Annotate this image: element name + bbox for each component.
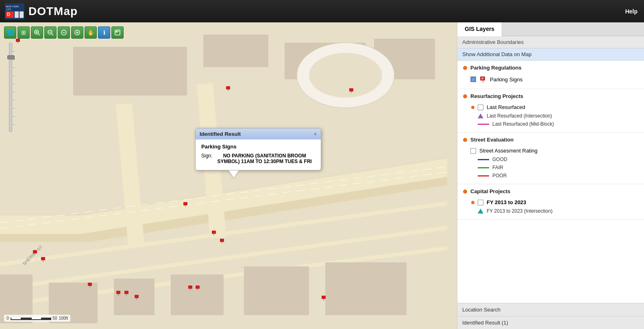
scale-100ft: 100ft (59, 316, 68, 320)
fy-2013-2023-checkbox[interactable] (478, 200, 483, 205)
capital-projects-dot (463, 190, 467, 194)
app-title: DOTMap (28, 5, 78, 18)
svg-rect-9 (203, 35, 268, 67)
svg-rect-58 (16, 39, 20, 42)
sign-marker (349, 87, 355, 94)
svg-line-36 (52, 34, 53, 35)
svg-rect-54 (212, 231, 216, 234)
zoom-in-select-button[interactable] (31, 26, 43, 39)
show-additional-label: Show Additional Data on Map (462, 51, 532, 57)
parking-sign-icon: P (479, 76, 487, 83)
sign-marker (41, 256, 46, 263)
svg-rect-66 (116, 291, 120, 294)
svg-text:D: D (7, 12, 10, 17)
svg-rect-48 (349, 88, 353, 92)
section-parking-regulations: Parking Regulations P Parking Signs (457, 61, 644, 89)
last-resurfaced-item[interactable]: Last Resurfaced (463, 102, 638, 112)
help-button[interactable]: Help (625, 8, 637, 15)
pan-button[interactable]: ✋ (85, 26, 97, 39)
sign-marker (87, 282, 93, 289)
zoom-out-select-button[interactable] (44, 26, 57, 39)
svg-rect-62 (41, 257, 45, 260)
fy-2013-2023-label: FY 2013 to 2023 (487, 199, 526, 205)
popup-close-button[interactable]: × (314, 131, 317, 137)
tab-identified-result[interactable]: Identified Result (1) (457, 316, 644, 329)
last-resurfaced-intersection-label: Last Resurfaced (Intersection) (487, 113, 552, 119)
sign-marker (15, 38, 21, 45)
poor-label: POOR (492, 173, 507, 179)
sign-marker (33, 249, 38, 256)
sign-marker (116, 290, 122, 297)
sign-marker (124, 290, 130, 297)
nyc-logo: NEW YORK CITY D (5, 3, 24, 20)
last-resurfaced-midblock-item: Last Resurfaced (Mid-Block) (463, 120, 638, 128)
parking-signs-checkbox[interactable] (470, 76, 476, 82)
scale-line: 0 50 100ft (7, 316, 68, 320)
triangle-purple-icon (478, 113, 483, 118)
tab-gis-layers[interactable]: GIS Layers (457, 22, 502, 36)
svg-rect-64 (88, 283, 92, 286)
bottom-tabs: Location Search Identified Result (1) (457, 303, 644, 329)
fy-intersection-item: FY 2013 to 2023 (Intersection) (463, 207, 638, 215)
map-area[interactable]: SHERIFF ST 🌐 ⊞ (0, 22, 457, 329)
fy-intersection-label: FY 2013 to 2023 (Intersection) (487, 208, 553, 214)
identify-button[interactable] (111, 26, 124, 39)
svg-point-30 (309, 53, 382, 98)
section-capital-projects: Capital Projects FY 2013 to 2023 FY 2013… (457, 184, 644, 220)
info-button[interactable]: ℹ (98, 26, 110, 39)
scale-seg-4 (41, 318, 51, 320)
zoom-slider[interactable] (9, 43, 12, 132)
scale-seg-1 (11, 318, 21, 320)
zoom-thumb[interactable] (7, 55, 15, 59)
street-assessment-item[interactable]: Street Assesment Rating (463, 146, 638, 155)
zoom-out-button[interactable] (58, 26, 70, 39)
line-blue-icon (478, 159, 489, 160)
svg-rect-5 (15, 11, 19, 18)
last-resurfaced-midblock-label: Last Resurfaced (Mid-Block) (492, 121, 554, 127)
scale-zero: 0 (7, 316, 9, 320)
svg-rect-72 (188, 285, 192, 289)
layers-button[interactable]: ⊞ (17, 26, 30, 39)
triangle-teal-icon (478, 209, 483, 214)
poor-item: POOR (463, 172, 638, 180)
street-assessment-checkbox[interactable] (470, 148, 476, 154)
globe-button[interactable]: 🌐 (4, 26, 16, 39)
svg-rect-27 (244, 266, 309, 315)
right-panel: GIS Layers Administrative Boundaries Sho… (457, 22, 644, 329)
svg-rect-70 (135, 295, 139, 298)
zoom-in-button[interactable] (71, 26, 83, 39)
scale-seg-2 (21, 318, 31, 320)
show-additional-bar[interactable]: Show Additional Data on Map (457, 48, 644, 61)
svg-rect-6 (20, 11, 24, 18)
identified-popup: Identified Result × Parking Signs Sign: … (195, 128, 321, 178)
capital-projects-header: Capital Projects (463, 188, 638, 194)
popup-sign-label: Sign: (201, 153, 212, 164)
good-item: GOOD (463, 155, 638, 163)
svg-rect-68 (124, 291, 128, 294)
resurfacing-dot (463, 94, 467, 98)
last-resurfaced-intersection-item: Last Resurfaced (Intersection) (463, 112, 638, 120)
admin-boundaries-bar[interactable]: Administrative Boundaries (457, 36, 644, 48)
sign-marker (134, 294, 140, 301)
line-green-icon (478, 167, 489, 168)
parking-signs-item[interactable]: P Parking Signs (463, 74, 638, 85)
zoom-track[interactable] (9, 43, 12, 132)
svg-rect-45 (118, 31, 119, 32)
svg-rect-8 (73, 47, 187, 96)
scale-ruler (11, 317, 51, 320)
sign-marker (321, 295, 327, 302)
tab-location-search[interactable]: Location Search (457, 303, 644, 316)
good-label: GOOD (492, 157, 507, 162)
fy-2013-2023-item[interactable]: FY 2013 to 2023 (463, 198, 638, 207)
resurfacing-header: Resurfacing Projects (463, 93, 638, 99)
popup-tail (229, 170, 239, 178)
section-resurfacing: Resurfacing Projects Last Resurfaced Las… (457, 89, 644, 133)
svg-rect-74 (196, 285, 200, 289)
main-layout: SHERIFF ST 🌐 ⊞ (0, 22, 644, 329)
parking-signs-label: Parking Signs (490, 76, 522, 83)
parking-regulations-dot (463, 66, 467, 70)
last-resurfaced-checkbox[interactable] (478, 105, 483, 110)
svg-rect-56 (220, 239, 224, 242)
last-resurfaced-orange-dot (471, 106, 474, 109)
resurfacing-label: Resurfacing Projects (470, 93, 523, 99)
